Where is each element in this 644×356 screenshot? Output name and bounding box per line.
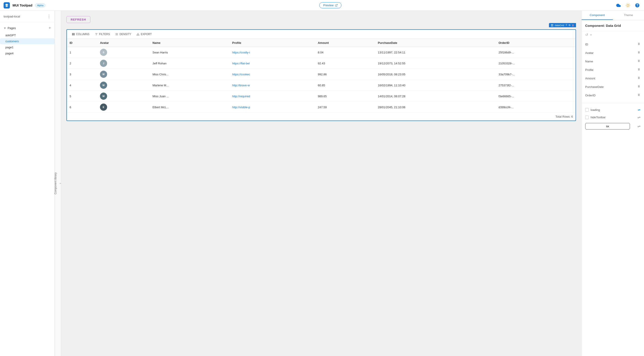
column-list-actions: ↺ +	[582, 31, 644, 38]
more-icon[interactable]: ⋮	[47, 14, 51, 19]
main-layout: toolpad-local ⋮ ▼ Pages + askGPT custome…	[0, 11, 644, 356]
cell-profile: http://required	[230, 91, 315, 102]
cell-amount: 8.04	[315, 47, 375, 58]
tab-theme[interactable]: Theme	[613, 11, 644, 20]
column-list-item: ID	[582, 40, 644, 48]
cell-order: 275373f2-...	[496, 80, 576, 91]
column-item-label: Name	[585, 60, 593, 63]
expand-arrow-icon[interactable]: ▼	[4, 26, 6, 30]
pages-label: Pages	[8, 26, 48, 30]
right-panel-tabs: Component Theme	[582, 11, 644, 20]
density-icon	[115, 33, 118, 36]
density-button[interactable]: DENSITY	[113, 32, 133, 37]
datagrid-delete-icon[interactable]: 🗑	[572, 24, 574, 26]
column-list-item: OrderID	[582, 91, 644, 100]
cell-id: 4	[67, 80, 97, 91]
cell-amount: 60.85	[315, 80, 375, 91]
cell-profile: http://visible-p	[230, 102, 315, 113]
help-icon[interactable]	[634, 2, 640, 8]
sx-prop-row: ⇌	[585, 121, 640, 131]
column-list-item: Name	[582, 57, 644, 66]
component-library-panel[interactable]: Component library ›	[55, 11, 61, 356]
sidebar-item-page1[interactable]: page1	[0, 44, 54, 50]
column-delete-icon[interactable]	[637, 76, 640, 80]
column-delete-icon[interactable]	[637, 68, 640, 72]
canvas: REFRESH dataGrid ⠿ ⧉ 🗑 COLUMNS	[61, 11, 582, 356]
col-header-profile: Profile	[230, 39, 315, 47]
column-delete-icon[interactable]	[637, 85, 640, 89]
datagrid-label: dataGrid ⠿ ⧉ 🗑	[549, 23, 576, 27]
svg-line-3	[626, 4, 626, 4]
app-logo	[4, 2, 10, 8]
column-delete-icon[interactable]	[637, 51, 640, 55]
cell-avatar: E	[97, 102, 150, 113]
cloud-icon[interactable]	[616, 2, 622, 8]
column-item-label: OrderID	[585, 94, 596, 97]
cell-avatar: S	[97, 47, 150, 58]
cell-order: 21053328-...	[496, 58, 576, 69]
cell-profile: http://brave-w	[230, 80, 315, 91]
col-header-name: Name	[150, 39, 230, 47]
datagrid-toolbar: COLUMNS FILTERS DENSITY EXPORT	[67, 30, 576, 39]
sidebar-item-askgpt[interactable]: askGPT	[0, 32, 54, 38]
cell-amount: 989.65	[315, 91, 375, 102]
table-row: 2 J Jeff Rohan https://flat-bel 92.43 19…	[67, 58, 576, 69]
sun-icon[interactable]	[625, 2, 631, 8]
grid-icon	[551, 24, 554, 26]
cell-order: 33a709b7-...	[496, 69, 576, 80]
col-header-orderid: OrderID	[496, 39, 576, 47]
export-button[interactable]: EXPORT	[134, 32, 154, 37]
loading-prop-row: loading ⇌	[585, 106, 640, 113]
svg-line-7	[626, 6, 626, 7]
col-header-purchasedate: PurchaseDate	[375, 39, 496, 47]
divider	[582, 102, 644, 102]
topbar: MUI Toolpad Alpha Preview	[0, 0, 644, 11]
cell-date: 16/05/2018, 08:23:05	[375, 69, 496, 80]
column-item-label: PurchaseDate	[585, 85, 604, 88]
cell-id: 2	[67, 58, 97, 69]
preview-button[interactable]: Preview	[319, 2, 341, 8]
cell-name: Elbert McL...	[150, 102, 230, 113]
sx-link-icon[interactable]: ⇌	[638, 124, 640, 128]
right-panel-title: Component: Data Grid	[582, 20, 644, 31]
sx-input[interactable]	[585, 123, 630, 130]
columns-button[interactable]: COLUMNS	[70, 32, 92, 37]
cell-name: Marlene M...	[150, 80, 230, 91]
datagrid-copy-icon[interactable]: ⧉	[569, 24, 570, 26]
cell-id: 6	[67, 102, 97, 113]
hidetoolbar-link-icon[interactable]: ⇌	[638, 115, 640, 120]
cell-avatar: M	[97, 91, 150, 102]
loading-checkbox[interactable]	[585, 108, 589, 112]
comp-library-label: Component library	[54, 172, 57, 194]
add-page-icon[interactable]: +	[48, 26, 51, 30]
column-list-item: Profile	[582, 66, 644, 74]
sidebar-item-page4[interactable]: page4	[0, 50, 54, 56]
refresh-button[interactable]: REFRESH	[66, 16, 90, 23]
column-delete-icon[interactable]	[637, 59, 640, 63]
column-list-item: Amount	[582, 74, 644, 82]
column-delete-icon[interactable]	[637, 93, 640, 97]
cell-order: 25f186d9-...	[496, 47, 576, 58]
hidetoolbar-checkbox[interactable]	[585, 116, 589, 119]
cell-order: f3e66665-...	[496, 91, 576, 102]
columns-icon	[72, 33, 75, 36]
filters-button[interactable]: FILTERS	[92, 32, 112, 37]
sidebar-item-customers[interactable]: customers	[0, 38, 54, 44]
datagrid-dots-icon[interactable]: ⠿	[566, 24, 567, 26]
column-item-label: Profile	[585, 68, 594, 72]
svg-point-0	[627, 4, 629, 6]
add-column-icon[interactable]: +	[590, 33, 592, 37]
cell-profile: https://costly-i	[230, 47, 315, 58]
app-title: MUI Toolpad	[12, 3, 32, 7]
cell-name: Miss Chris...	[150, 69, 230, 80]
column-delete-icon[interactable]	[637, 42, 640, 46]
table-row: 5 M Miss Juan ... http://required 989.65…	[67, 91, 576, 102]
refresh-columns-icon[interactable]: ↺	[585, 33, 588, 37]
loading-link-icon[interactable]: ⇌	[638, 108, 640, 112]
tab-component[interactable]: Component	[582, 11, 613, 20]
cell-id: 3	[67, 69, 97, 80]
cell-profile: https://cookec	[230, 69, 315, 80]
cell-profile: https://flat-bel	[230, 58, 315, 69]
filters-icon	[95, 33, 98, 36]
table-header-row: ID Avatar Name Profile Amount PurchaseDa…	[67, 39, 576, 47]
